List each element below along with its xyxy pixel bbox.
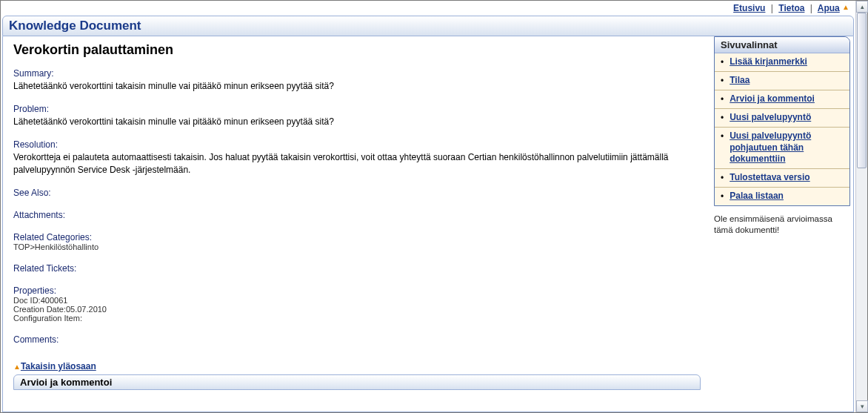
sidebar-link[interactable]: Palaa listaan xyxy=(730,191,784,202)
scroll-thumb[interactable] xyxy=(857,13,867,168)
seealso-label: See Also: xyxy=(13,188,701,198)
bullet-icon: • xyxy=(721,93,724,105)
sidebar-item-bookmark[interactable]: • Lisää kirjanmerkki xyxy=(715,53,849,71)
config-item: Configuration Item: xyxy=(13,314,701,323)
main-content: Verokortin palauttaminen Summary: Lähete… xyxy=(3,36,711,412)
content-wrap: Verokortin palauttaminen Summary: Lähete… xyxy=(2,36,854,412)
problem-label: Problem: xyxy=(13,104,701,114)
related-categories-label: Related Categories: xyxy=(13,232,701,242)
related-categories-text: TOP>Henkilöstöhallinto xyxy=(13,242,701,251)
content-column: Etusivu | Tietoa | Apua ▲ Knowledge Docu… xyxy=(1,1,855,412)
bullet-icon: • xyxy=(721,56,724,68)
bullet-icon: • xyxy=(721,172,724,184)
sidebar-link[interactable]: Arvioi ja kommentoi xyxy=(730,93,815,105)
comments-label: Comments: xyxy=(13,334,701,345)
scroll-up-button[interactable]: ▴ xyxy=(856,1,868,13)
sidebar-link[interactable]: Uusi palvelupyyntö pohjautuen tähän doku… xyxy=(730,130,844,165)
sidebar-item-printable[interactable]: • Tulostettava versio xyxy=(715,168,849,187)
related-tickets-label: Related Tickets: xyxy=(13,263,701,274)
review-section-title: Arvioi ja kommentoi xyxy=(20,377,112,388)
bullet-icon: • xyxy=(721,75,724,87)
nav-separator: | xyxy=(768,3,776,13)
scroll-down-button[interactable]: ▾ xyxy=(856,400,868,412)
sidebar-link[interactable]: Tulostettava versio xyxy=(730,172,809,184)
app-window: Etusivu | Tietoa | Apua ▲ Knowledge Docu… xyxy=(0,0,868,413)
resolution-label: Resolution: xyxy=(13,139,701,150)
creation-date: Creation Date:05.07.2010 xyxy=(13,305,701,314)
caret-up-icon: ▲ xyxy=(842,3,849,11)
nav-home-link[interactable]: Etusivu xyxy=(733,3,765,13)
page-title: Knowledge Document xyxy=(9,19,141,33)
sidebar-box: Sivuvalinnat • Lisää kirjanmerkki • Tila… xyxy=(714,36,850,206)
back-to-top-link[interactable]: Takaisin yläosaan xyxy=(21,361,96,371)
sidebar-list: • Lisää kirjanmerkki • Tilaa • Arvioi ja… xyxy=(715,53,849,205)
sidebar-footer-text: Ole ensimmäisenä arvioimassa tämä dokume… xyxy=(714,214,850,237)
sidebar-item-review[interactable]: • Arvioi ja kommentoi xyxy=(715,90,849,108)
sidebar-link[interactable]: Tilaa xyxy=(730,75,750,87)
document-heading: Verokortin palauttaminen xyxy=(13,42,701,58)
vertical-scrollbar[interactable]: ▴ ▾ xyxy=(855,1,867,412)
bullet-icon: • xyxy=(721,130,724,142)
sidebar-title: Sivuvalinnat xyxy=(715,37,849,53)
sidebar-item-new-request-based[interactable]: • Uusi palvelupyyntö pohjautuen tähän do… xyxy=(715,127,849,168)
sidebar-link[interactable]: Uusi palvelupyyntö xyxy=(730,112,811,124)
bullet-icon: • xyxy=(721,112,724,124)
attachments-label: Attachments: xyxy=(13,210,701,220)
title-bar: Knowledge Document xyxy=(2,16,854,36)
problem-text: Lähetetäänkö verokorttini takaisin minul… xyxy=(13,116,701,128)
caret-up-icon: ▲ xyxy=(13,363,21,371)
nav-about-link[interactable]: Tietoa xyxy=(778,3,804,13)
back-to-top: ▲Takaisin yläosaan xyxy=(13,361,701,371)
properties-label: Properties: xyxy=(13,285,701,296)
sidebar-item-back-to-list[interactable]: • Palaa listaan xyxy=(715,187,849,205)
sidebar-item-new-request[interactable]: • Uusi palvelupyyntö xyxy=(715,108,849,127)
resolution-text: Verokortteja ei palauteta automaattisest… xyxy=(13,151,701,175)
sidebar-link[interactable]: Lisää kirjanmerkki xyxy=(730,56,807,68)
bullet-icon: • xyxy=(721,191,724,202)
doc-id: Doc ID:400061 xyxy=(13,296,701,305)
nav-help-link[interactable]: Apua xyxy=(818,3,840,13)
summary-text: Lähetetäänkö verokorttini takaisin minul… xyxy=(13,80,701,92)
summary-label: Summary: xyxy=(13,68,701,79)
sidebar: Sivuvalinnat • Lisää kirjanmerkki • Tila… xyxy=(711,36,853,412)
review-section-header: Arvioi ja kommentoi xyxy=(13,374,701,390)
sidebar-item-subscribe[interactable]: • Tilaa xyxy=(715,71,849,90)
top-nav: Etusivu | Tietoa | Apua ▲ xyxy=(1,1,855,16)
nav-separator: | xyxy=(807,3,815,13)
